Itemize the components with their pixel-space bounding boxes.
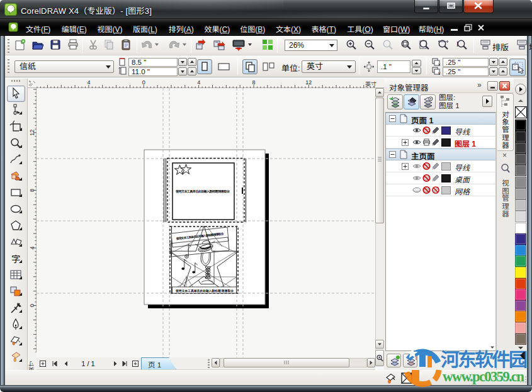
svg-text:使用文本工具单击此处输入副标题 随意取业: 使用文本工具单击此处输入副标题 随意取业 — [175, 189, 230, 193]
svg-text:0: 0 — [142, 79, 145, 86]
svg-text:0: 0 — [29, 304, 35, 307]
svg-text:4: 4 — [87, 79, 90, 86]
svg-text:河东软件园: 河东软件园 — [441, 344, 528, 372]
svg-text:12: 12 — [29, 130, 35, 136]
svg-text:8: 8 — [29, 189, 35, 192]
svg-text:使用文本工具单击此处输入副标题 随意取业: 使用文本工具单击此处输入副标题 随意取业 — [175, 288, 234, 293]
svg-text:4: 4 — [197, 79, 200, 86]
svg-text:4: 4 — [29, 246, 35, 249]
svg-text:y: y — [438, 71, 441, 75]
svg-text:x: x — [438, 62, 441, 66]
svg-text:www.pc0359.cn: www.pc0359.cn — [443, 369, 524, 384]
svg-text:12: 12 — [305, 79, 312, 86]
svg-text:8: 8 — [252, 79, 256, 86]
